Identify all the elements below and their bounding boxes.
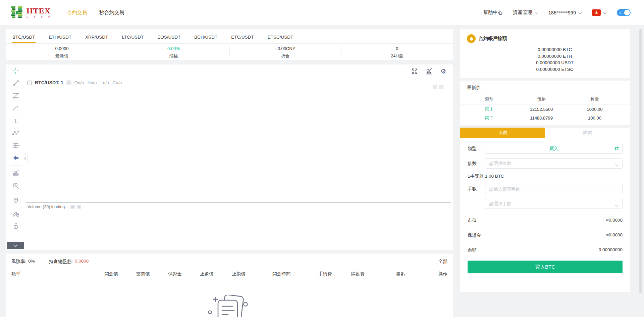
risk-rate-value: 0%: [28, 259, 35, 265]
section-gap: [460, 78, 630, 81]
leverage-select[interactable]: 請選擇倍數: [485, 158, 623, 169]
stat-latest-price: 0.0000 最新價: [6, 44, 118, 60]
tab-market-price[interactable]: 市價: [460, 128, 545, 138]
open-value: On/a: [74, 80, 84, 85]
col-stop-loss: 止損價: [223, 271, 255, 277]
volume-settings-gear-icon[interactable]: ⚙: [70, 205, 75, 209]
theme-toggle[interactable]: ☼: [617, 9, 631, 16]
toolbar-divider: [10, 165, 22, 166]
swap-direction-icon[interactable]: ⇄: [614, 145, 619, 151]
chart-controls: ⚙: [411, 68, 446, 75]
series-loading-icon[interactable]: ⚙: [66, 80, 71, 85]
chart-collapse-button[interactable]: [7, 242, 24, 249]
direction-value: 買入: [549, 146, 558, 152]
forecast-tool-icon[interactable]: [6, 139, 25, 151]
amount-preset-row: 請選擇手數: [485, 199, 623, 209]
orderbook-title: 最新價: [460, 85, 630, 94]
tab-etsc-usdt[interactable]: ETSC/USDT: [267, 30, 294, 43]
low-value: Ln/a: [100, 80, 109, 85]
direction-selector[interactable]: 買入 ⇄: [485, 144, 623, 154]
asset-management-menu[interactable]: 資產管理: [513, 9, 538, 16]
zoom-in-icon[interactable]: [6, 179, 25, 192]
view-all-link[interactable]: 全部: [438, 259, 447, 265]
amount-preset-placeholder: 請選擇手數: [489, 201, 511, 207]
crosshair-tool-icon[interactable]: [6, 64, 25, 77]
balance-eth: 0.00000000 ETH: [486, 53, 623, 60]
hk-flag-icon: ✻: [592, 9, 601, 16]
tab-xrp-usdt[interactable]: XRP/USDT: [85, 30, 108, 43]
tab-ltc-usdt[interactable]: LTC/USDT: [121, 30, 144, 43]
indicators-chart-icon[interactable]: [426, 68, 433, 75]
drawing-lock-icon[interactable]: [6, 207, 25, 220]
nav-second-contract-trading[interactable]: 秒合約交易: [99, 9, 124, 16]
nav-contract-trading[interactable]: 合約交易: [67, 9, 87, 16]
chart-settings-gear-icon[interactable]: ⚙: [440, 68, 446, 75]
chevron-down-icon: [615, 163, 619, 168]
balance-btc: 0.00000000 BTC: [486, 46, 623, 53]
margin-label: 保證金: [468, 232, 481, 238]
ticker-stats: 0.0000 最新價 0.00% 漲幅 ≈0.00CNY 折合 0 24H量: [6, 44, 453, 60]
text-tool-icon[interactable]: T: [6, 114, 25, 127]
chevron-down-icon: [603, 10, 607, 15]
scale-down-mini-button[interactable]: ↓: [433, 85, 437, 89]
help-center-link[interactable]: 幫助中心: [483, 9, 503, 16]
chart-legend: − BTC/USDT, 1 ⚙ On/a Hn/a Ln/a Cn/a: [28, 80, 122, 85]
tab-limit-price[interactable]: 限價: [545, 128, 630, 138]
toolbar-collapse-handle[interactable]: [23, 153, 28, 163]
undo-arrow-icon[interactable]: [6, 151, 25, 164]
converted-value: ≈0.00CNY: [229, 46, 341, 51]
orderbook-row[interactable]: 買 1 12152.5500 1000.00: [460, 105, 630, 114]
total-pnl: 持倉總盈虧: 0.0000: [49, 259, 89, 265]
col-fee: 手續費: [308, 271, 342, 277]
page-scrollbar[interactable]: [639, 29, 642, 293]
pane-separator[interactable]: [25, 202, 451, 202]
volume-close-icon[interactable]: ✕: [77, 205, 81, 209]
col-overnight-fee: 隔夜費: [342, 271, 374, 277]
chevron-down-icon: [615, 203, 619, 208]
chart-symbol-interval: BTC/USDT, 1: [35, 80, 63, 85]
buy-btc-button[interactable]: 買入BTC: [468, 261, 623, 273]
htex-logo[interactable]: HTEX H T E X: [10, 5, 52, 20]
bid-price-2: 11488.8799: [513, 116, 570, 121]
main-nav: 合約交易 秒合約交易: [67, 9, 124, 16]
fibonacci-tool-icon[interactable]: [6, 89, 25, 102]
direction-row: 類型 買入 ⇄: [468, 144, 623, 154]
tab-btc-usdt[interactable]: BTC/USDT: [12, 30, 36, 43]
close-value: Cn/a: [113, 80, 122, 85]
market-card: BTC/USDT ETH/USDT XRP/USDT LTC/USDT EOS/…: [6, 29, 453, 60]
logo-subtext: H T E X: [26, 16, 52, 19]
amount-preset-select[interactable]: 請選擇手數: [485, 199, 623, 209]
risk-rate: 風險率: 0%: [11, 259, 35, 265]
legend-collapse-icon[interactable]: −: [28, 81, 32, 85]
col-margin: 保證金: [159, 271, 191, 277]
stat-converted: ≈0.00CNY 折合: [229, 44, 341, 60]
money-bag-icon: [467, 34, 476, 43]
language-menu[interactable]: ✻: [592, 9, 607, 16]
indicators-tool-icon[interactable]: [6, 167, 25, 179]
tab-eos-usdt[interactable]: EOS/USDT: [157, 30, 181, 43]
amount-input[interactable]: [485, 184, 623, 194]
stat-volume-24h: 0 24H量: [341, 44, 453, 60]
toggle-knob: [624, 10, 630, 15]
svg-text:T: T: [14, 118, 17, 123]
magnet-tool-icon[interactable]: [6, 195, 25, 207]
trend-line-tool-icon[interactable]: [6, 77, 25, 89]
leverage-row: 倍數 請選擇倍數: [468, 158, 623, 169]
account-menu[interactable]: 186******999: [548, 10, 582, 15]
xabcd-pattern-tool-icon[interactable]: [6, 127, 25, 139]
scale-up-mini-button[interactable]: ↑: [439, 85, 443, 89]
sun-icon: ☼: [619, 10, 622, 15]
balance-lines: 0.00000000 BTC 0.00000000 ETH 0.00000000…: [467, 46, 623, 73]
toolbar-divider: [10, 193, 22, 193]
col-current-price: 當前價: [127, 271, 159, 277]
fullscreen-icon[interactable]: [411, 68, 418, 75]
orderbook-col-type: 類別: [485, 96, 513, 102]
orderbook-row[interactable]: 買 2 11488.8799 100.00: [460, 114, 630, 122]
brush-tool-icon[interactable]: [6, 102, 25, 114]
tab-etc-usdt[interactable]: ETC/USDT: [231, 30, 254, 43]
tab-bch-usdt[interactable]: BCH/USDT: [194, 30, 218, 43]
lock-icon[interactable]: [6, 220, 25, 232]
empty-state-illustration: [6, 295, 453, 317]
amount-field: [485, 184, 623, 194]
tab-eth-usdt[interactable]: ETH/USDT: [49, 30, 72, 43]
